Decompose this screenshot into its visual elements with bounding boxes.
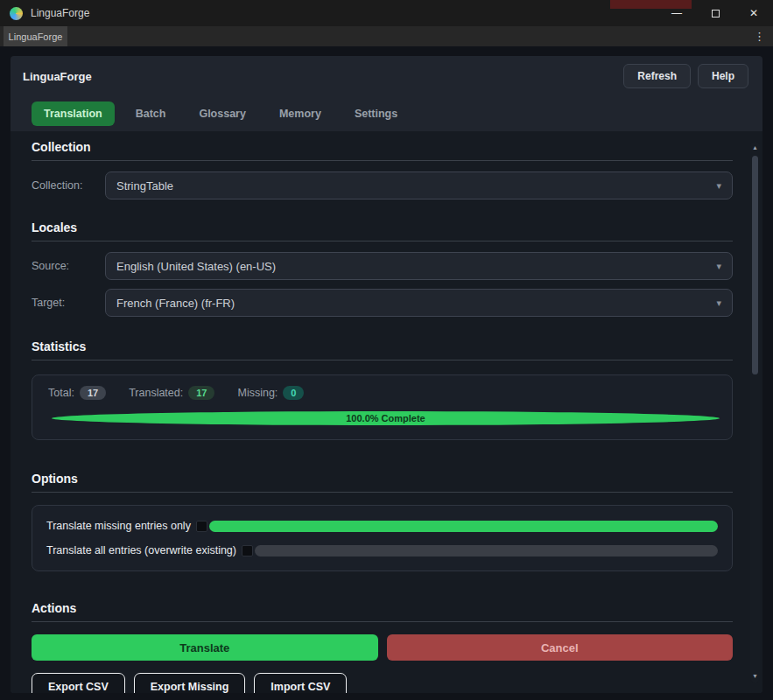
chevron-down-icon: ▾ [716,180,721,192]
checkbox-missing-only[interactable] [196,521,207,532]
linguaforge-panel: LinguaForge Refresh Help Translation Bat… [11,56,762,693]
target-locale-row: Target: French (France) (fr-FR) ▾ [32,289,733,317]
target-label: Target: [32,297,105,309]
statistics-heading: Statistics [32,340,733,360]
statistics-counts-row: Total: 17 Translated: 17 Missing: 0 [48,386,716,400]
window-title: LinguaForge [31,7,89,19]
action-buttons-row: Translate Cancel [32,634,733,661]
titlebar: LinguaForge — ✕ [0,0,773,26]
options-heading: Options [32,472,733,493]
maximize-button[interactable] [696,0,734,26]
collection-heading: Collection [32,140,733,161]
scrollbar-thumb[interactable] [752,156,758,374]
help-button[interactable]: Help [698,64,748,88]
tab-batch[interactable]: Batch [123,102,179,126]
maximize-icon [712,10,720,18]
source-locale-select[interactable]: English (United States) (en-US) ▾ [105,252,733,280]
toggle-track-all-entries[interactable] [255,545,718,556]
titlebar-red-accent [610,0,692,9]
option-missing-only-row: Translate missing entries only [46,516,718,536]
close-button[interactable]: ✕ [734,0,773,26]
panel-title: LinguaForge [23,70,92,83]
overflow-menu-icon[interactable]: ⋮ [750,26,769,46]
source-label: Source: [32,260,105,272]
tab-settings[interactable]: Settings [342,102,410,126]
tab-glossary[interactable]: Glossary [186,102,258,126]
total-label: Total: [48,387,74,399]
total-badge: 17 [80,386,106,400]
header-buttons: Refresh Help [623,64,748,88]
app-window: LinguaForge — ✕ LinguaForge ⋮ LinguaForg… [0,0,773,700]
scrollbar[interactable]: ▲ ▼ [750,142,760,682]
collection-select-value: StringTable [116,179,173,192]
editor-background: LinguaForge Refresh Help Translation Bat… [0,46,773,700]
toggle-track-missing-only[interactable] [209,521,718,532]
source-locale-row: Source: English (United States) (en-US) … [32,252,733,280]
translated-label: Translated: [129,387,183,399]
missing-badge: 0 [283,386,304,400]
cancel-button[interactable]: Cancel [387,634,734,661]
chevron-down-icon: ▾ [716,261,721,272]
panel-header: LinguaForge Refresh Help [11,56,762,96]
missing-label: Missing: [237,387,278,399]
refresh-button[interactable]: Refresh [623,64,691,88]
source-locale-value: English (United States) (en-US) [116,260,276,273]
import-csv-button[interactable]: Import CSV [254,673,347,693]
option-missing-only-label: Translate missing entries only [46,520,191,532]
tab-bar: Translation Batch Glossary Memory Settin… [11,96,762,131]
progress-text: 100.0% Complete [346,413,425,424]
translate-button[interactable]: Translate [32,634,378,661]
export-missing-button[interactable]: Export Missing [134,673,246,693]
export-buttons-row: Export CSV Export Missing Import CSV [32,673,733,693]
options-panel: Translate missing entries only Translate… [32,505,733,571]
collection-label: Collection: [32,179,105,192]
collection-row: Collection: StringTable ▾ [32,172,733,200]
locales-heading: Locales [32,220,733,242]
statistics-panel: Total: 17 Translated: 17 Missing: 0 100.… [32,374,733,440]
target-locale-value: French (France) (fr-FR) [116,297,235,310]
progress-bar: 100.0% Complete [52,411,720,425]
option-all-entries-label: Translate all entries (overwrite existin… [46,544,236,556]
collection-select[interactable]: StringTable ▾ [105,172,733,200]
scroll-up-icon[interactable]: ▲ [750,144,760,152]
app-icon [10,7,23,20]
target-locale-select[interactable]: French (France) (fr-FR) ▾ [105,289,733,317]
tab-memory[interactable]: Memory [267,102,334,126]
dock-tab-linguaforge[interactable]: LinguaForge [4,26,67,46]
export-csv-button[interactable]: Export CSV [32,673,125,693]
content-area: Collection Collection: StringTable ▾ Loc… [11,131,762,693]
chevron-down-icon: ▾ [716,298,721,309]
checkbox-all-entries[interactable] [242,545,253,556]
option-all-entries-row: Translate all entries (overwrite existin… [46,541,718,560]
tab-translation[interactable]: Translation [32,102,115,126]
dock-tabstrip: LinguaForge ⋮ [0,26,773,46]
translated-badge: 17 [188,386,214,400]
actions-heading: Actions [32,601,733,622]
scroll-down-icon[interactable]: ▼ [750,672,760,681]
